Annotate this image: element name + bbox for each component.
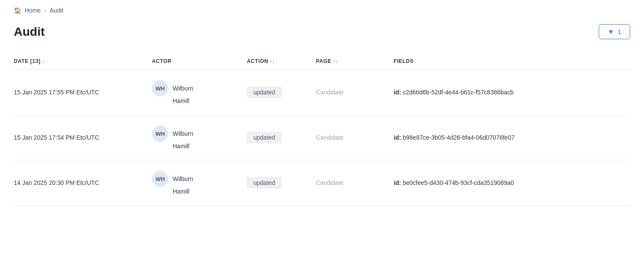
- page-cell: Candidate: [316, 134, 394, 141]
- filter-icon: ▼: [608, 28, 614, 35]
- actor-first-name: Wilburn: [173, 130, 193, 137]
- action-badge: updated: [247, 132, 282, 143]
- actor-last-name: Hamill: [152, 97, 247, 104]
- column-page[interactable]: PAGE ↑↓: [316, 58, 394, 64]
- filter-button[interactable]: ▼ 1: [599, 24, 630, 39]
- home-icon: 🏠: [14, 7, 21, 14]
- action-badge: updated: [247, 177, 282, 188]
- date-cell: 15 Jan 2025 17:55 PM Etc/UTC: [14, 89, 152, 96]
- actor-cell: WH Wilburn Hamill: [152, 171, 247, 195]
- fields-value: be0cfee5-d430-474b-93cf-cda3519089a0: [403, 179, 514, 186]
- date-cell: 15 Jan 2025 17:54 PM Etc/UTC: [14, 134, 152, 141]
- page-title: Audit: [14, 25, 45, 39]
- filter-count: 1: [618, 28, 621, 35]
- fields-value: b98e87ce-3b05-4d26-bfa4-06d07076fe07: [403, 134, 515, 141]
- breadcrumb-current: Audit: [50, 7, 63, 14]
- breadcrumb-home-label[interactable]: Home: [25, 7, 41, 14]
- fields-cell: id: b98e87ce-3b05-4d26-bfa4-06d07076fe07: [394, 134, 630, 141]
- actor-first-name: Wilburn: [173, 85, 193, 92]
- actor-first-name: Wilburn: [173, 175, 193, 182]
- actor-cell: WH Wilburn Hamill: [152, 80, 247, 104]
- date-cell: 14 Jan 2025 20:30 PM Etc/UTC: [14, 179, 152, 186]
- avatar: WH: [152, 80, 168, 97]
- avatar: WH: [152, 171, 168, 187]
- actor-cell: WH Wilburn Hamill: [152, 125, 247, 150]
- page-header: Audit ▼ 1: [14, 24, 630, 39]
- page-cell: Candidate: [316, 89, 394, 96]
- column-date[interactable]: DATE [13] ↓: [14, 58, 152, 64]
- table-row: 15 Jan 2025 17:55 PM Etc/UTC WH Wilburn …: [14, 70, 630, 115]
- column-actor: ACTOR: [152, 58, 247, 64]
- action-cell: updated: [247, 177, 316, 188]
- audit-table: DATE [13] ↓ ACTOR ACTION ↑↓ PAGE ↑↓ FIEL…: [14, 53, 630, 206]
- table-row: 14 Jan 2025 20:30 PM Etc/UTC WH Wilburn …: [14, 160, 630, 206]
- action-cell: updated: [247, 132, 316, 143]
- sort-icon-date: ↓: [42, 59, 45, 64]
- page-cell: Candidate: [316, 179, 394, 186]
- sort-icon-action: ↑↓: [270, 59, 275, 64]
- sort-icon-page: ↑↓: [333, 59, 338, 64]
- action-badge: updated: [247, 87, 282, 98]
- fields-cell: id: be0cfee5-d430-474b-93cf-cda3519089a0: [394, 179, 630, 186]
- action-cell: updated: [247, 87, 316, 98]
- table-row: 15 Jan 2025 17:54 PM Etc/UTC WH Wilburn …: [14, 115, 630, 160]
- breadcrumb-separator: ›: [44, 7, 46, 14]
- fields-cell: id: c2d66d6b-52df-4e44-b61c-f57c8386bacb: [394, 89, 630, 96]
- breadcrumb: 🏠 Home › Audit: [14, 7, 630, 14]
- table-header: DATE [13] ↓ ACTOR ACTION ↑↓ PAGE ↑↓ FIEL…: [14, 53, 630, 70]
- actor-last-name: Hamill: [152, 188, 247, 195]
- avatar: WH: [152, 125, 168, 142]
- fields-value: c2d66d6b-52df-4e44-b61c-f57c8386bacb: [403, 89, 514, 96]
- actor-last-name: Hamill: [152, 143, 247, 150]
- column-fields: FIELDS: [394, 58, 630, 64]
- column-action[interactable]: ACTION ↑↓: [247, 58, 316, 64]
